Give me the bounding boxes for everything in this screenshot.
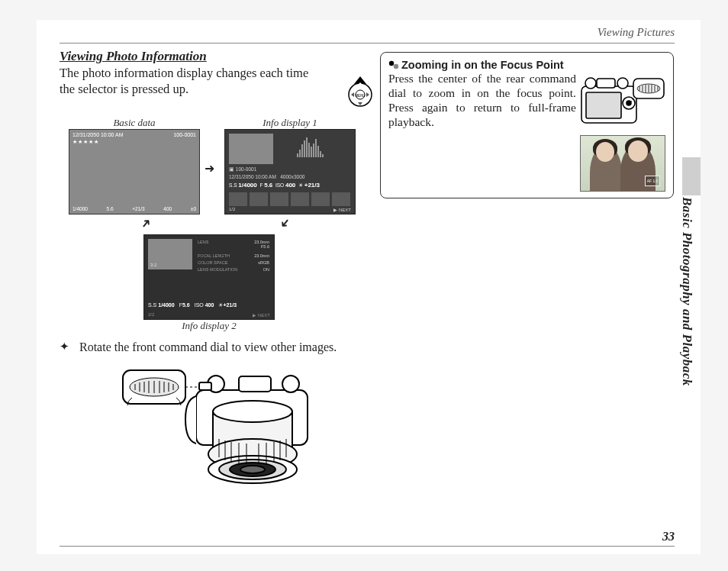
svg-point-24 (213, 401, 292, 422)
svg-rect-44 (597, 79, 615, 88)
svg-point-46 (617, 78, 628, 89)
s3-v-cs: sRGB (258, 260, 269, 265)
camera-rear-icon (580, 76, 665, 126)
tip-text: Rotate the front command dial to view ot… (79, 340, 372, 355)
screen-basic-data: Basic data 12/31/2050 10:00 AM 100-0001 … (69, 117, 200, 215)
s1-rating: ★★★★★ (72, 139, 99, 145)
s2-simulation-row (229, 192, 350, 206)
s3-exposure: S.S 1/4000 F5.6 ISO 400 ☀+21/3 (148, 302, 270, 308)
svg-rect-21 (199, 382, 211, 390)
svg-point-20 (282, 376, 299, 392)
s2-histogram-icon (297, 136, 350, 157)
s3-k-cs: COLOR SPACE (198, 260, 227, 265)
s1-aperture: 5.6 (107, 206, 114, 211)
section-title: Viewing Photo Information (60, 49, 372, 64)
svg-point-40 (389, 61, 394, 66)
label-info1: Info display 1 (224, 117, 356, 129)
tip-row: ✦ Rotate the front command dial to view … (60, 340, 372, 355)
s1-settings-row: 1/4000 5.6 +21/3 400 ±0 (72, 206, 196, 211)
s3-k-fl: FOCAL LENGTH (198, 253, 230, 258)
arrow-right-icon: ➜ (205, 161, 214, 176)
selector-up-icon: MENU (343, 75, 377, 108)
thumb-tab (682, 157, 701, 195)
screen-info-2: 3:2 LENS 23.0mm F5.6 FOCAL LENGTH 23.0mm… (143, 234, 275, 332)
arrow-down-left-icon: ➜ (277, 215, 295, 232)
s2-footer: 1/2▶ NEXT (229, 207, 351, 212)
intro-text: The photo information display changes ea… (60, 66, 319, 97)
s3-v-lens: 23.0mm F5.6 (254, 240, 269, 249)
footer-rule (60, 546, 675, 547)
arrow-up-left-icon: ➜ (137, 215, 154, 232)
svg-rect-18 (239, 376, 271, 392)
s3-v-lm: ON (263, 267, 269, 272)
s1-shutter: 1/4000 (72, 206, 88, 211)
s3-k-lens: LENS (198, 240, 208, 244)
s3-k-lm: LENS MODULATION (198, 267, 237, 272)
s1-frame: 100-0001 (173, 132, 196, 137)
svg-point-41 (394, 64, 398, 69)
s2-thumb (229, 134, 273, 164)
s3-footer: 2/2▶ NEXT (148, 312, 270, 318)
s1-flash: ±0 (191, 206, 196, 211)
s3-thumb: 3:2 (148, 239, 192, 269)
note-box: Zooming in on the Focus Point Press the … (380, 52, 674, 198)
manual-page: Viewing Pictures Basic Photography and P… (37, 20, 701, 554)
note-title: Zooming in on the Focus Point (388, 59, 665, 72)
s2-frame: ▣ 100-0001 (229, 166, 256, 173)
header-rule (60, 43, 675, 44)
svg-rect-43 (586, 92, 621, 118)
svg-text:MENU: MENU (355, 94, 365, 98)
sample-photo: AF 1.0 (580, 135, 665, 192)
svg-point-48 (627, 101, 631, 105)
chapter-label: Basic Photography and Playback (679, 197, 694, 386)
s2-date: 12/31/2050 10:00 AM 4000x3000 (229, 174, 304, 179)
note-body: Press the center of the rear command dia… (388, 72, 576, 130)
tip-bullet-icon: ✦ (60, 340, 79, 355)
label-basic: Basic data (69, 117, 200, 129)
right-column: Zooming in on the Focus Point Press the … (380, 52, 674, 198)
header-section: Viewing Pictures (598, 26, 675, 39)
s1-ev: +21/3 (132, 206, 144, 211)
svg-point-45 (585, 78, 596, 89)
svg-point-29 (240, 466, 265, 473)
info-cycle-diagram: Basic data 12/31/2050 10:00 AM 100-0001 … (60, 106, 372, 335)
screen-info-1: Info display 1 ▣ 100-0001 12/31/2050 10:… (224, 117, 356, 215)
af-overlay-icon: AF 1.0 (645, 176, 660, 186)
s3-v-fl: 23.0mm (254, 253, 269, 258)
camera-front-figure (117, 366, 315, 488)
note-lead-icon (388, 60, 399, 72)
page-number: 33 (662, 530, 675, 544)
left-column: Viewing Photo Information The photo info… (60, 49, 372, 488)
label-info2: Info display 2 (143, 320, 275, 332)
note-illustration: AF 1.0 (580, 76, 665, 192)
s2-exposure: S.S 1/4000 F 5.6 ISO 400 ☀ +21/3 (229, 182, 320, 189)
s1-date: 12/31/2050 10:00 AM (72, 132, 124, 137)
s1-iso: 400 (163, 206, 172, 211)
